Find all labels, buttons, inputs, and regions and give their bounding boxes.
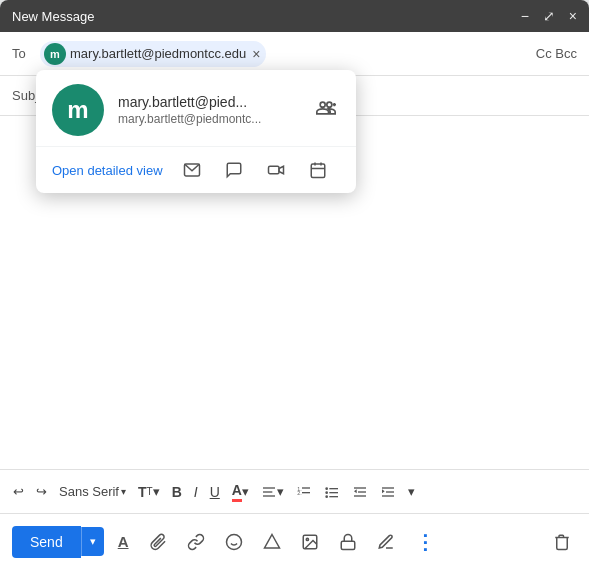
autocomplete-avatar: m (52, 84, 104, 136)
close-button[interactable]: × (569, 9, 577, 23)
send-dropdown-button[interactable]: ▾ (81, 527, 104, 556)
numbered-list-button[interactable]: 1.2. (291, 480, 317, 504)
more-options-button[interactable]: ▾ (403, 480, 420, 503)
send-button-group: Send ▾ (12, 526, 104, 558)
undo-button[interactable]: ↩ (8, 480, 29, 503)
send-button[interactable]: Send (12, 526, 81, 558)
format-text-button[interactable]: A (112, 527, 135, 556)
bold-button[interactable]: B (167, 480, 187, 504)
svg-point-30 (226, 534, 241, 549)
italic-button[interactable]: I (189, 480, 203, 504)
recipient-email-chip: mary.bartlett@piedmontcc.edu (70, 46, 246, 61)
svg-rect-23 (358, 491, 366, 492)
svg-point-16 (325, 487, 328, 490)
open-detail-button[interactable]: Open detailed view (52, 163, 163, 178)
svg-rect-17 (329, 488, 338, 489)
redo-button[interactable]: ↪ (31, 480, 52, 503)
calendar-action-icon[interactable] (305, 157, 331, 183)
font-size-button[interactable]: TT▾ (133, 480, 165, 504)
autocomplete-actions: Open detailed view (36, 147, 356, 193)
emoji-button[interactable] (219, 527, 249, 557)
svg-rect-3 (268, 166, 279, 174)
svg-rect-5 (311, 164, 325, 178)
svg-rect-15 (302, 492, 310, 493)
video-action-icon[interactable] (263, 157, 289, 183)
svg-point-20 (325, 495, 328, 498)
svg-rect-11 (263, 495, 275, 496)
to-input[interactable] (270, 46, 535, 61)
photo-button[interactable] (295, 527, 325, 557)
chip-close-icon[interactable]: × (252, 46, 260, 62)
svg-marker-4 (279, 166, 284, 174)
recipient-avatar: m (44, 43, 66, 65)
indent-increase-button[interactable] (375, 480, 401, 504)
signature-button[interactable] (371, 527, 401, 557)
indent-decrease-button[interactable] (347, 480, 373, 504)
align-button[interactable]: ▾ (256, 480, 289, 504)
to-row: To m mary.bartlett@piedmontcc.edu × Cc B… (0, 32, 589, 76)
title-bar: New Message − ⤢ × (0, 0, 589, 32)
font-chevron-icon: ▾ (121, 486, 126, 497)
autocomplete-email: mary.bartlett@piedmontc... (118, 112, 298, 126)
email-action-icon[interactable] (179, 157, 205, 183)
svg-point-18 (325, 491, 328, 494)
svg-rect-24 (354, 495, 366, 496)
cc-bcc-label[interactable]: Cc Bcc (536, 46, 577, 61)
svg-rect-19 (329, 492, 338, 493)
svg-rect-10 (263, 491, 272, 492)
minimize-button[interactable]: − (521, 9, 529, 23)
chat-action-icon[interactable] (221, 157, 247, 183)
svg-rect-28 (382, 495, 394, 496)
svg-marker-29 (382, 489, 385, 493)
autocomplete-name: mary.bartlett@pied... (118, 94, 298, 110)
svg-rect-27 (386, 491, 394, 492)
autocomplete-popup: m mary.bartlett@pied... mary.bartlett@pi… (36, 70, 356, 193)
bullet-list-button[interactable] (319, 480, 345, 504)
text-color-button[interactable]: A ▾ (227, 478, 254, 506)
more-send-button[interactable]: ⋮ (409, 524, 441, 560)
svg-rect-13 (302, 487, 310, 488)
delete-button[interactable] (547, 527, 577, 557)
font-select[interactable]: Sans Serif ▾ (54, 481, 131, 502)
attach-button[interactable] (143, 527, 173, 557)
underline-button[interactable]: U (205, 480, 225, 504)
lock-button[interactable] (333, 527, 363, 557)
vertical-dots-icon: ⋮ (415, 530, 435, 554)
recipient-chip[interactable]: m mary.bartlett@piedmontcc.edu × (40, 41, 266, 67)
svg-rect-9 (263, 487, 275, 488)
svg-point-35 (306, 538, 308, 540)
compose-window: New Message − ⤢ × To m mary.bartlett@pie… (0, 0, 589, 569)
autocomplete-header: m mary.bartlett@pied... mary.bartlett@pi… (36, 70, 356, 147)
autocomplete-info: mary.bartlett@pied... mary.bartlett@pied… (118, 94, 298, 126)
svg-rect-36 (341, 541, 355, 549)
send-bar: Send ▾ A (0, 513, 589, 569)
to-label: To (12, 46, 32, 61)
font-name: Sans Serif (59, 484, 119, 499)
expand-button[interactable]: ⤢ (543, 9, 555, 23)
window-title: New Message (12, 9, 94, 24)
svg-marker-33 (264, 534, 279, 548)
svg-rect-22 (354, 487, 366, 488)
svg-text:2.: 2. (297, 490, 301, 496)
link-button[interactable] (181, 527, 211, 557)
add-person-icon[interactable] (312, 94, 340, 127)
svg-marker-25 (354, 489, 357, 493)
drive-button[interactable] (257, 527, 287, 557)
svg-rect-21 (329, 496, 338, 497)
svg-rect-26 (382, 487, 394, 488)
title-bar-actions: − ⤢ × (521, 9, 577, 23)
format-toolbar: ↩ ↪ Sans Serif ▾ TT▾ B I U A ▾ ▾ 1.2. (0, 469, 589, 513)
